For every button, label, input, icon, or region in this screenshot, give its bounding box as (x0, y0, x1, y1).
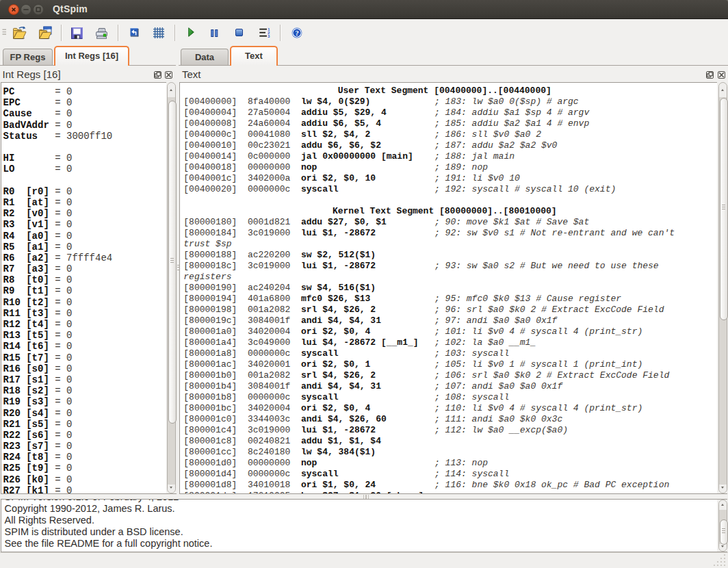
svg-text:3: 3 (268, 34, 270, 38)
svg-text:?: ? (295, 29, 298, 37)
